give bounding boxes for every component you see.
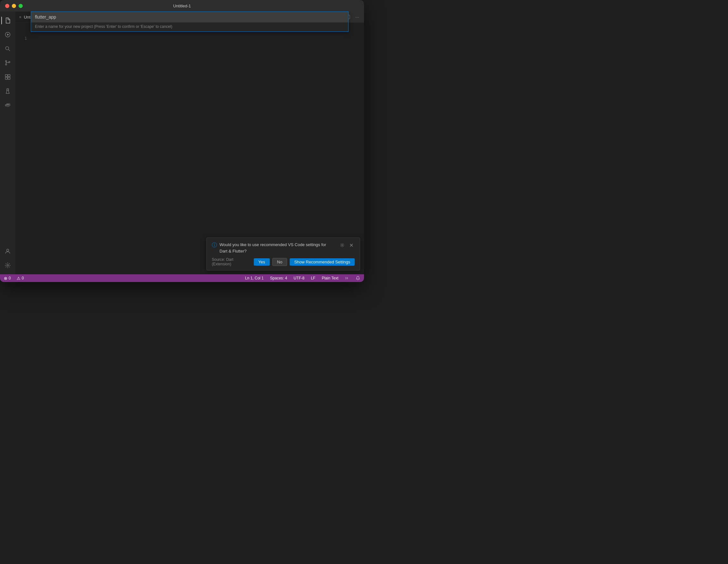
sidebar-item-run[interactable] (1, 28, 14, 41)
status-bar-left: ⊗ 0 ⚠ 0 (3, 274, 25, 282)
notification-footer: Source: Dart (Extension) Yes No Show Rec… (212, 257, 355, 266)
status-remote-icon[interactable] (343, 274, 351, 282)
notification-top-actions: ✕ (339, 242, 355, 249)
status-language[interactable]: Plain Text (320, 274, 340, 282)
status-warnings[interactable]: ⚠ 0 (15, 274, 25, 282)
svg-point-18 (7, 265, 9, 266)
svg-rect-7 (5, 75, 8, 77)
line-number-1: 1 (15, 35, 27, 42)
svg-rect-12 (5, 104, 6, 105)
svg-point-5 (5, 64, 7, 65)
status-bar: ⊗ 0 ⚠ 0 Ln 1, Col 1 Spaces: 4 UTF-8 LF P… (0, 274, 364, 282)
notification-yes-button[interactable]: Yes (254, 258, 269, 266)
svg-marker-1 (7, 34, 9, 36)
main-layout: ≡ Untitled-1 × ··· Enter a name for your… (0, 12, 364, 274)
input-box: Enter a name for your new project (Press… (31, 12, 349, 32)
svg-line-3 (8, 49, 10, 51)
close-button[interactable] (5, 4, 9, 8)
sidebar-item-search[interactable] (1, 42, 14, 55)
sidebar-item-accounts[interactable] (1, 245, 14, 258)
notification-no-button[interactable]: No (272, 258, 287, 266)
svg-rect-8 (8, 75, 10, 77)
input-widget: Enter a name for your new project (Press… (15, 12, 364, 32)
activity-bar-top (1, 14, 14, 244)
status-encoding[interactable]: UTF-8 (292, 274, 306, 282)
sidebar-item-extensions[interactable] (1, 71, 14, 83)
notification-text: Would you like to use recommended VS Cod… (219, 242, 336, 254)
svg-rect-16 (8, 104, 9, 104)
line-numbers: 1 (15, 34, 31, 274)
status-line-ending[interactable]: LF (310, 274, 317, 282)
svg-point-4 (5, 61, 7, 62)
window-controls (5, 4, 23, 8)
notification-header: ⓘ Would you like to use recommended VS C… (212, 242, 355, 254)
svg-rect-9 (5, 77, 8, 79)
svg-rect-15 (7, 104, 8, 104)
sidebar-item-docker[interactable] (1, 99, 14, 112)
svg-rect-13 (7, 104, 8, 105)
svg-rect-10 (8, 77, 10, 79)
sidebar-item-testing[interactable] (1, 85, 14, 97)
status-bar-right: Ln 1, Col 1 Spaces: 4 UTF-8 LF Plain Tex… (244, 274, 361, 282)
project-name-input[interactable] (31, 12, 348, 22)
svg-point-6 (9, 61, 10, 62)
svg-rect-14 (8, 104, 9, 105)
sidebar-item-source-control[interactable] (1, 56, 14, 69)
activity-bar (0, 12, 15, 274)
error-icon: ⊗ (4, 276, 7, 281)
titlebar: Untitled-1 (0, 0, 364, 12)
status-position[interactable]: Ln 1, Col 1 (244, 274, 265, 282)
warning-icon: ⚠ (17, 276, 21, 281)
svg-point-17 (7, 249, 9, 251)
window-title: Untitled-1 (173, 4, 191, 8)
notification-source: Source: Dart (Extension) (212, 257, 251, 266)
input-hint: Enter a name for your new project (Press… (31, 22, 348, 31)
editor-area: ≡ Untitled-1 × ··· Enter a name for your… (15, 12, 364, 274)
show-recommended-settings-button[interactable]: Show Recommended Settings (290, 258, 355, 266)
status-spaces[interactable]: Spaces: 4 (269, 274, 288, 282)
info-icon: ⓘ (212, 242, 217, 249)
maximize-button[interactable] (19, 4, 23, 8)
sidebar-item-explorer[interactable] (1, 14, 14, 27)
sidebar-item-settings[interactable] (1, 259, 14, 272)
svg-point-21 (342, 245, 343, 246)
activity-bar-bottom (1, 245, 14, 274)
minimize-button[interactable] (12, 4, 16, 8)
notification-popup: ⓘ Would you like to use recommended VS C… (206, 237, 360, 270)
status-notifications-icon[interactable] (354, 274, 361, 282)
notification-close-button[interactable]: ✕ (348, 242, 355, 249)
notification-gear-button[interactable] (339, 242, 346, 249)
status-errors[interactable]: ⊗ 0 (3, 274, 12, 282)
